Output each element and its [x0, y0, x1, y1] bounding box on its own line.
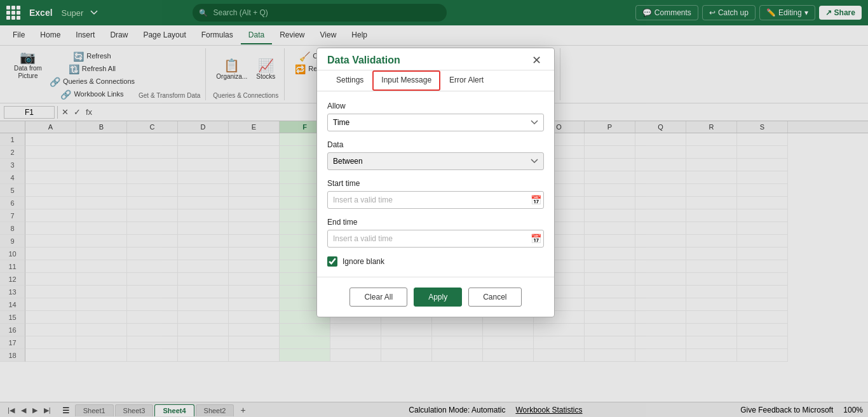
cell-d13[interactable] [178, 286, 229, 298]
dialog-tab-settings[interactable]: Settings [327, 70, 372, 91]
cell-b10[interactable] [76, 248, 127, 260]
comments-button[interactable]: 💬 Comments [635, 5, 698, 20]
cell-q13[interactable] [635, 286, 686, 298]
start-time-input[interactable] [327, 191, 544, 209]
row-number[interactable]: 18 [0, 349, 25, 362]
cell-a1[interactable] [25, 133, 76, 146]
cell-b17[interactable] [76, 336, 127, 349]
cell-c9[interactable] [127, 235, 178, 248]
cell-a2[interactable] [25, 146, 76, 159]
cell-c5[interactable] [127, 184, 178, 197]
cell-d6[interactable] [178, 197, 229, 209]
cell-h17[interactable] [381, 336, 432, 349]
cell-r3[interactable] [686, 159, 737, 171]
row-number[interactable]: 13 [0, 286, 25, 298]
cell-d4[interactable] [178, 171, 229, 184]
cell-a12[interactable] [25, 273, 76, 286]
cell-d10[interactable] [178, 248, 229, 260]
col-header-s[interactable]: S [737, 121, 788, 133]
cell-r11[interactable] [686, 260, 737, 273]
cell-s18[interactable] [737, 349, 788, 362]
cell-a17[interactable] [25, 336, 76, 349]
cell-f16[interactable] [280, 324, 330, 336]
cell-n16[interactable] [483, 324, 534, 336]
apply-button[interactable]: Apply [414, 288, 462, 307]
tab-home[interactable]: Home [32, 27, 68, 44]
cell-h18[interactable] [381, 349, 432, 362]
cell-d15[interactable] [178, 311, 229, 324]
cell-c7[interactable] [127, 209, 178, 222]
col-header-c[interactable]: C [127, 121, 178, 133]
col-header-e[interactable]: E [229, 121, 280, 133]
dialog-tab-input-message[interactable]: Input Message [372, 70, 440, 91]
row-number[interactable]: 8 [0, 222, 25, 235]
cell-b11[interactable] [76, 260, 127, 273]
cell-e12[interactable] [229, 273, 280, 286]
cell-b13[interactable] [76, 286, 127, 298]
feedback-label[interactable]: Give Feedback to Microsoft [740, 406, 833, 414]
cell-e18[interactable] [229, 349, 280, 362]
editing-button[interactable]: ✏️ Editing ▾ [759, 5, 815, 20]
cell-b2[interactable] [76, 146, 127, 159]
cell-b8[interactable] [76, 222, 127, 235]
cell-d17[interactable] [178, 336, 229, 349]
cell-a8[interactable] [25, 222, 76, 235]
cell-r8[interactable] [686, 222, 737, 235]
sheet-nav-prev[interactable]: ◀ [18, 405, 29, 416]
cell-r9[interactable] [686, 235, 737, 248]
cell-s13[interactable] [737, 286, 788, 298]
cell-r15[interactable] [686, 311, 737, 324]
account-dropdown-icon[interactable] [90, 8, 98, 17]
cell-p14[interactable] [585, 298, 635, 311]
cell-a10[interactable] [25, 248, 76, 260]
cell-q10[interactable] [635, 248, 686, 260]
ignore-blank-checkbox[interactable] [327, 256, 337, 267]
cell-m16[interactable] [432, 324, 483, 336]
tab-insert[interactable]: Insert [68, 27, 102, 44]
cell-a13[interactable] [25, 286, 76, 298]
cell-c17[interactable] [127, 336, 178, 349]
cell-e10[interactable] [229, 248, 280, 260]
cell-s4[interactable] [737, 171, 788, 184]
cell-d1[interactable] [178, 133, 229, 146]
cell-b18[interactable] [76, 349, 127, 362]
row-number[interactable]: 4 [0, 171, 25, 184]
row-number[interactable]: 1 [0, 133, 25, 146]
cell-s7[interactable] [737, 209, 788, 222]
cell-a18[interactable] [25, 349, 76, 362]
end-time-input[interactable] [327, 230, 544, 248]
cell-s6[interactable] [737, 197, 788, 209]
row-number[interactable]: 12 [0, 273, 25, 286]
queries-connections-button[interactable]: 🔗 Queries & Connections [46, 76, 139, 88]
cell-d3[interactable] [178, 159, 229, 171]
cell-r16[interactable] [686, 324, 737, 336]
cell-a5[interactable] [25, 184, 76, 197]
cell-c13[interactable] [127, 286, 178, 298]
cell-e7[interactable] [229, 209, 280, 222]
cell-e9[interactable] [229, 235, 280, 248]
cell-a9[interactable] [25, 235, 76, 248]
cell-s14[interactable] [737, 298, 788, 311]
cell-p11[interactable] [585, 260, 635, 273]
cell-r6[interactable] [686, 197, 737, 209]
cell-p15[interactable] [585, 311, 635, 324]
add-sheet-button[interactable]: + [235, 405, 250, 415]
cell-a16[interactable] [25, 324, 76, 336]
cell-q14[interactable] [635, 298, 686, 311]
cell-d2[interactable] [178, 146, 229, 159]
row-number[interactable]: 15 [0, 311, 25, 324]
cell-s16[interactable] [737, 324, 788, 336]
cell-p4[interactable] [585, 171, 635, 184]
cell-g16[interactable] [330, 324, 381, 336]
cell-r1[interactable] [686, 133, 737, 146]
cell-d5[interactable] [178, 184, 229, 197]
cell-r17[interactable] [686, 336, 737, 349]
cell-p12[interactable] [585, 273, 635, 286]
data-select[interactable]: Between Not between Equal to Not equal t… [327, 152, 544, 170]
cell-p9[interactable] [585, 235, 635, 248]
cell-s9[interactable] [737, 235, 788, 248]
cell-e14[interactable] [229, 298, 280, 311]
cell-q7[interactable] [635, 209, 686, 222]
cell-a6[interactable] [25, 197, 76, 209]
cell-e13[interactable] [229, 286, 280, 298]
